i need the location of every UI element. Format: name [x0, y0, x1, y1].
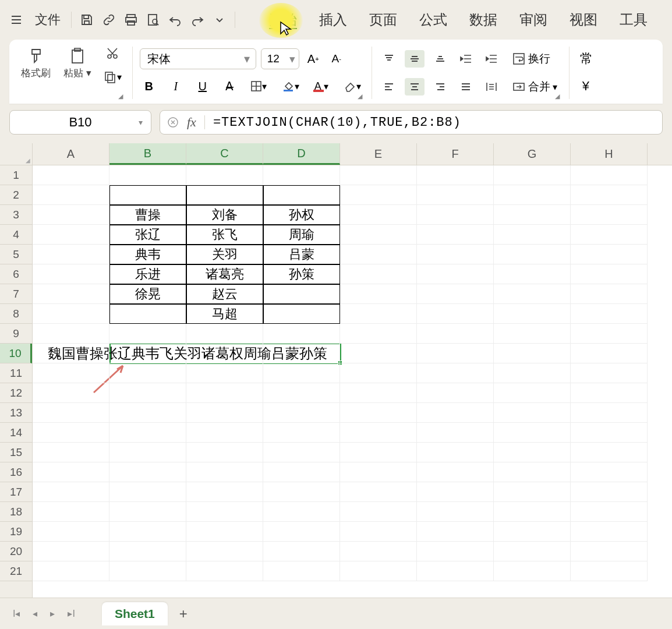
cell[interactable] [33, 324, 109, 344]
increase-font-button[interactable]: A+ [304, 50, 323, 68]
cell[interactable] [109, 502, 186, 522]
cell[interactable] [33, 423, 109, 443]
cell[interactable] [417, 363, 494, 383]
cell[interactable] [571, 363, 648, 383]
cell[interactable] [33, 264, 109, 284]
cell[interactable] [494, 383, 571, 403]
col-header-F[interactable]: F [417, 143, 494, 165]
link-icon[interactable] [98, 9, 119, 30]
decrease-indent-button[interactable] [456, 50, 476, 68]
cell[interactable]: 马超 [186, 304, 263, 324]
col-header-C[interactable]: C [186, 143, 263, 165]
cell[interactable] [494, 403, 571, 423]
cell[interactable] [263, 284, 340, 304]
distribute-button[interactable] [482, 78, 501, 96]
cell[interactable] [33, 561, 109, 581]
cell[interactable] [494, 423, 571, 443]
cell[interactable] [571, 542, 648, 561]
cell[interactable] [494, 363, 571, 383]
row-header-21[interactable]: 21 [0, 561, 32, 581]
font-name-select[interactable]: 宋体 [140, 48, 256, 69]
font-color-button[interactable]: A ▾ [311, 77, 332, 96]
cell[interactable] [33, 363, 109, 383]
cell[interactable] [263, 542, 340, 561]
cell[interactable] [571, 185, 648, 205]
cell[interactable] [33, 502, 109, 522]
cell[interactable] [571, 462, 648, 482]
row-header-2[interactable]: 2 [0, 185, 32, 205]
cell[interactable] [263, 443, 340, 462]
cell[interactable] [571, 443, 648, 462]
cell[interactable] [571, 423, 648, 443]
cell[interactable] [263, 561, 340, 581]
cell[interactable] [494, 443, 571, 462]
underline-button[interactable]: U [193, 77, 212, 96]
cell[interactable] [33, 205, 109, 225]
sheet-nav-prev[interactable]: ◂ [29, 606, 41, 621]
cell[interactable]: 吴国 [263, 185, 340, 205]
italic-button[interactable]: I [167, 77, 185, 96]
align-bottom-button[interactable] [430, 50, 450, 68]
row10-overflow-text[interactable]: 魏国曹操张辽典韦飞关羽诸葛权周瑜吕蒙孙策 [45, 344, 330, 363]
row-header-14[interactable]: 14 [0, 423, 32, 443]
cancel-formula-icon[interactable] [167, 116, 179, 128]
cell[interactable] [494, 284, 571, 304]
cell[interactable] [340, 245, 417, 264]
cell[interactable] [340, 403, 417, 423]
cell[interactable] [263, 502, 340, 522]
row-header-10[interactable]: 10 [0, 344, 32, 363]
cell[interactable] [494, 245, 571, 264]
cell[interactable] [33, 522, 109, 542]
clipboard-launcher[interactable]: ◢ [118, 93, 123, 100]
cell[interactable] [417, 561, 494, 581]
cell[interactable] [571, 324, 648, 344]
cell[interactable]: 刘备 [186, 205, 263, 225]
cell[interactable] [33, 225, 109, 245]
cell[interactable] [571, 304, 648, 324]
cell[interactable] [340, 522, 417, 542]
cell[interactable] [340, 443, 417, 462]
cell[interactable] [263, 304, 340, 324]
cell[interactable] [340, 561, 417, 581]
cell[interactable] [417, 205, 494, 225]
cell[interactable]: 张辽 [109, 225, 186, 245]
tab-page[interactable]: 页面 [359, 7, 408, 33]
cell[interactable] [571, 522, 648, 542]
cell[interactable]: 蜀国 [186, 185, 263, 205]
col-header-B[interactable]: B [109, 143, 186, 165]
row-header-19[interactable]: 19 [0, 522, 32, 542]
print-preview-icon[interactable] [143, 9, 164, 30]
cell[interactable] [109, 423, 186, 443]
sheet-nav-next[interactable]: ▸ [47, 606, 58, 621]
cell[interactable] [109, 165, 186, 185]
cell[interactable] [109, 304, 186, 324]
cell[interactable] [417, 383, 494, 403]
cut-button[interactable] [100, 44, 125, 63]
undo-icon[interactable] [165, 9, 186, 30]
cell[interactable] [33, 403, 109, 423]
cell[interactable] [186, 522, 263, 542]
wrap-text-button[interactable]: 换行 [507, 49, 555, 69]
row-header-16[interactable]: 16 [0, 462, 32, 482]
formula-bar[interactable]: fx =TEXTJOIN(CHAR(10),TRUE,B2:B8) [160, 110, 663, 135]
cell[interactable] [494, 324, 571, 344]
more-qat-icon[interactable] [209, 9, 230, 30]
cell[interactable] [571, 482, 648, 502]
cell[interactable] [340, 264, 417, 284]
col-header-G[interactable]: G [494, 143, 571, 165]
cell[interactable] [340, 363, 417, 383]
cell[interactable] [571, 502, 648, 522]
align-launcher[interactable]: ◢ [555, 93, 560, 100]
cell[interactable]: 孙策 [263, 264, 340, 284]
cell[interactable] [340, 423, 417, 443]
cell[interactable] [340, 324, 417, 344]
align-left-button[interactable] [379, 78, 399, 96]
cell[interactable] [263, 324, 340, 344]
copy-button[interactable]: ▾ [100, 68, 125, 86]
format-painter-button[interactable]: 格式刷 [16, 44, 55, 101]
cell[interactable] [571, 403, 648, 423]
cell[interactable] [33, 383, 109, 403]
decrease-font-button[interactable]: A- [327, 50, 346, 68]
cell[interactable] [417, 522, 494, 542]
row-header-17[interactable]: 17 [0, 482, 32, 502]
